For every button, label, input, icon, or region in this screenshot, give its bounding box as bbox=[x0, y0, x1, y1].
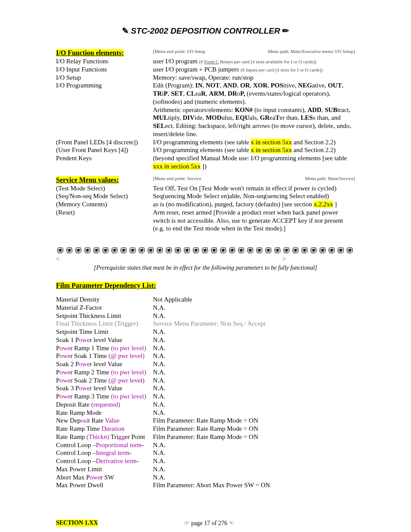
film-row: Material DensityNot Applicable bbox=[56, 296, 355, 304]
io-relay-label: I/O Relay Functions bbox=[56, 57, 153, 65]
svc-mem-a: as is (no modification), purged, factory… bbox=[153, 201, 314, 208]
film-param-value: N.A. bbox=[153, 392, 355, 401]
io-uk-row: (User Front Panel Keys [4]) I/O programm… bbox=[56, 146, 355, 154]
film-row: Soak 1 Power level ValueN.A. bbox=[56, 336, 355, 344]
prereq-note: [Prerequisite states that must be in eff… bbox=[56, 264, 355, 271]
io-fp-txt-b: and Section 2.2) bbox=[292, 139, 336, 146]
film-param-name: New Deposit Rate Value bbox=[56, 417, 153, 425]
svc-mem-l: (Memory Contents) bbox=[56, 200, 153, 208]
film-param-value: N.A. bbox=[153, 352, 355, 360]
io-relay-txt-d: Relays per card [4 slots available for I… bbox=[219, 59, 316, 64]
io-prog-label: I/O Programming bbox=[56, 81, 153, 90]
io-menu-end: [Menu end point: I/O Setup bbox=[153, 49, 206, 55]
film-row: Deposit Rate (requested)N.A. bbox=[56, 401, 355, 409]
io-setup-label: I/O Setup bbox=[56, 74, 153, 82]
film-row: Final Thickness Limit (Trigger)Service M… bbox=[56, 320, 355, 328]
film-param-value: Not Applicable bbox=[153, 296, 355, 304]
io-pk-txt-a: (beyond specified Manual Mode use: I/O p… bbox=[153, 155, 347, 162]
film-param-name: Control Loop –Integral term- bbox=[56, 449, 153, 457]
film-heading: Film Parameter Dependency List: bbox=[56, 282, 156, 289]
film-param-value: N.A. bbox=[153, 336, 355, 344]
film-param-value: Film Parameter: Rate Ramp Mode = ON bbox=[153, 417, 355, 425]
film-param-value: N.A. bbox=[153, 473, 355, 482]
io-uk-hl: x in section 5xx bbox=[251, 146, 292, 153]
io-pk-hl: xxx in section 5xx bbox=[153, 163, 200, 170]
service-menu-end: [Menu end point: Service bbox=[153, 176, 201, 182]
svc-rst-l: (Reset) bbox=[56, 208, 153, 217]
film-row: Power Soak 2 Time (@ pwr level)N.A. bbox=[56, 376, 355, 385]
io-relay-formc: Form C bbox=[204, 59, 219, 64]
film-param-value: N.A. bbox=[153, 304, 355, 312]
film-param-value: N.A. bbox=[153, 344, 355, 352]
film-param-name: Max Power Dwell bbox=[56, 481, 153, 489]
page-footer: SECTION 1.XX ☞ page 17 of 276 ☜ bbox=[56, 520, 355, 527]
film-row: Control Loop –Integral term-N.A. bbox=[56, 449, 355, 457]
film-param-name: Rate Ramp Mode bbox=[56, 409, 153, 417]
footer-page: ☞ page 17 of 276 ☜ bbox=[184, 520, 234, 527]
film-row: Rate Ramp ModeN.A. bbox=[56, 409, 355, 417]
svc-mem-hl: x.2.2xx bbox=[314, 201, 333, 208]
service-header-row: Service Menu values: [Menu end point: Se… bbox=[56, 176, 355, 184]
film-param-name: Setpoint Time Limit bbox=[56, 328, 153, 336]
film-param-name: Abort Max Power SW bbox=[56, 473, 153, 482]
film-param-name: Setpoint Thickness Limit bbox=[56, 312, 153, 320]
io-uk-txt-a: I/O programming elements (see table bbox=[153, 146, 251, 153]
io-fp-row: (Front Panel LEDs [4 discrete]) I/O prog… bbox=[56, 138, 355, 146]
film-param-value: Film Parameter: Abort Max Power SW = ON bbox=[153, 481, 355, 489]
film-param-value: N.A. bbox=[153, 449, 355, 457]
film-param-value: N.A. bbox=[153, 465, 355, 473]
film-row: Max Power LimitN.A. bbox=[56, 465, 355, 473]
io-fp-txt-a: I/O programming elements (see table bbox=[153, 139, 251, 146]
film-row: Rate Ramp (Thickn) Trigger PointFilm Par… bbox=[56, 433, 355, 441]
io-input-row: I/O Input Functions user I/O program + P… bbox=[56, 65, 355, 74]
film-row: New Deposit Rate ValueFilm Parameter: Ra… bbox=[56, 417, 355, 425]
film-param-value: Service Menu Parameter: Non Seq / Accept bbox=[153, 320, 355, 328]
film-row: Soak 2 Power level ValueN.A. bbox=[56, 360, 355, 368]
gt-symbol: > bbox=[283, 255, 286, 263]
film-param-name: Power Soak 2 Time (@ pwr level) bbox=[56, 376, 153, 385]
film-row: Power Ramp 2 Time (to pwr level)N.A. bbox=[56, 368, 355, 376]
io-setup-row: I/O Setup Memory: save/swap, Operate: ru… bbox=[56, 74, 355, 82]
film-row: Abort Max Power SWN.A. bbox=[56, 473, 355, 482]
film-param-name: Power Ramp 1 Time (to pwr level) bbox=[56, 344, 153, 352]
service-heading: Service Menu values: bbox=[56, 176, 119, 184]
svc-rst-r: Arm reset, reset armed [Provide a produc… bbox=[153, 208, 355, 233]
service-menu-path: Menu path: Main/Service] bbox=[305, 176, 355, 182]
film-param-value: N.A. bbox=[153, 328, 355, 336]
svc-mem-row: (Memory Contents) as is (no modification… bbox=[56, 200, 355, 208]
film-row: Power Ramp 3 Time (to pwr level)N.A. bbox=[56, 392, 355, 401]
film-row: Setpoint Thickness LimitN.A. bbox=[56, 312, 355, 320]
film-param-name: Max Power Limit bbox=[56, 465, 153, 473]
io-fp-label: (Front Panel LEDs [4 discrete]) bbox=[56, 138, 153, 146]
io-relay-row: I/O Relay Functions user I/O program (8 … bbox=[56, 57, 355, 65]
film-row: Max Power DwellFilm Parameter: Abort Max… bbox=[56, 481, 355, 489]
film-row: Control Loop –Derivative term-N.A. bbox=[56, 457, 355, 465]
film-param-name: Soak 1 Power level Value bbox=[56, 336, 153, 344]
svc-mem-b: ] bbox=[333, 201, 337, 208]
film-param-name: Power Ramp 3 Time (to pwr level) bbox=[56, 392, 153, 401]
film-param-value: N.A. bbox=[153, 368, 355, 376]
io-fp-hl: x in section 5xx bbox=[251, 139, 292, 146]
io-input-txt-a: user I/O program + PCB jumpers bbox=[153, 66, 240, 73]
header-deco-right: ✏ bbox=[282, 26, 289, 35]
io-pk-txt-b: ]) bbox=[200, 163, 206, 170]
svc-test-row: (Test Mode Select) Test Off, Test On [Te… bbox=[56, 184, 355, 193]
film-param-name: Power Ramp 2 Time (to pwr level) bbox=[56, 368, 153, 376]
film-param-value: N.A. bbox=[153, 441, 355, 449]
io-prog-value: Edit (Program): IN, NOT, AND, OR, XOR, P… bbox=[153, 81, 355, 138]
film-row: Power Ramp 1 Time (to pwr level)N.A. bbox=[56, 344, 355, 352]
io-relay-txt-a: user I/O program bbox=[153, 58, 199, 65]
film-row: Power Soak 1 Time (@ pwr level)N.A. bbox=[56, 352, 355, 360]
film-param-value: Film Parameter: Rate Ramp Mode = ON bbox=[153, 425, 355, 433]
film-param-value: Film Parameter: Rate Ramp Mode = ON bbox=[153, 433, 355, 441]
film-param-name: Material Z-Factor bbox=[56, 304, 153, 312]
film-param-name: Rate Ramp (Thickn) Trigger Point bbox=[56, 433, 153, 441]
footer-section: SECTION 1.XX bbox=[56, 520, 98, 527]
film-param-name: Material Density bbox=[56, 296, 153, 304]
svc-test-l: (Test Mode Select) bbox=[56, 184, 153, 193]
film-param-value: N.A. bbox=[153, 312, 355, 320]
header-deco-left: ✎ bbox=[122, 26, 131, 35]
svc-rst-row: (Reset) Arm reset, reset armed [Provide … bbox=[56, 208, 355, 233]
film-row: Setpoint Time LimitN.A. bbox=[56, 328, 355, 336]
io-input-label: I/O Input Functions bbox=[56, 65, 153, 74]
